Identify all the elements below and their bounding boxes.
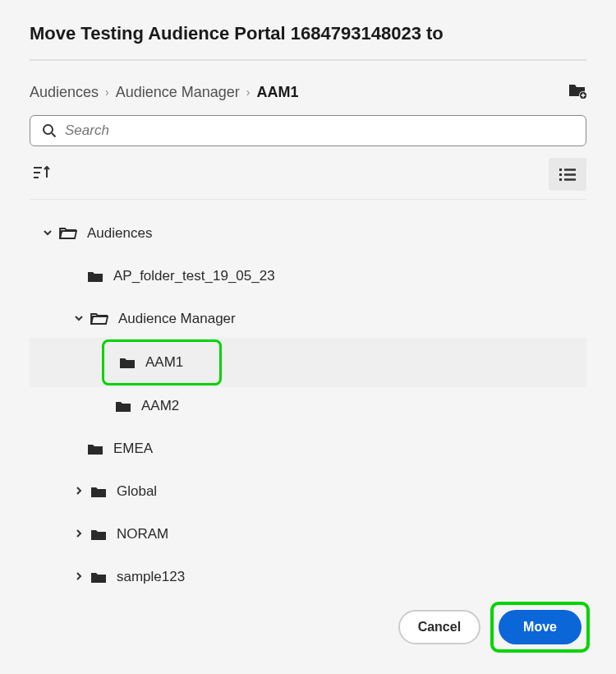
folder-tree: Audiences AP_folder_test_19_05_23 Audien…: [30, 215, 586, 596]
tree-item-noram[interactable]: NORAM: [30, 515, 586, 553]
folder-add-icon: [568, 82, 586, 99]
tree-label: sample123: [117, 569, 185, 585]
sort-button[interactable]: [30, 162, 54, 187]
dialog-footer: Cancel Move: [398, 602, 590, 653]
tree-label: NORAM: [117, 526, 168, 542]
folder-icon: [90, 486, 107, 498]
tree-label: EMEA: [113, 441, 153, 457]
tree-item-sample123[interactable]: sample123: [30, 558, 586, 596]
move-button[interactable]: Move: [499, 610, 582, 644]
search-input[interactable]: [65, 122, 574, 139]
tree-item-ap-folder-test[interactable]: AP_folder_test_19_05_23: [30, 257, 586, 295]
folder-icon: [90, 571, 107, 584]
breadcrumb-item[interactable]: Audiences: [30, 84, 99, 101]
tree-label: AP_folder_test_19_05_23: [113, 268, 275, 284]
new-folder-button[interactable]: [568, 82, 586, 102]
breadcrumb: Audiences › Audience Manager › AAM1: [30, 84, 299, 101]
tree-item-emea[interactable]: EMEA: [30, 430, 586, 468]
tree-label: Audiences: [87, 225, 152, 242]
folder-open-icon: [59, 227, 77, 240]
chevron-right-icon: ›: [105, 85, 109, 99]
breadcrumb-item[interactable]: Audience Manager: [116, 84, 240, 101]
list-view-button[interactable]: [549, 158, 586, 191]
list-view-icon: [559, 167, 577, 182]
move-button-highlight: Move: [490, 602, 590, 653]
search-input-wrapper[interactable]: [30, 115, 586, 146]
folder-icon: [87, 443, 103, 455]
tree-label: AAM1: [145, 354, 183, 371]
chevron-right-icon: [72, 526, 85, 542]
folder-icon: [87, 270, 103, 283]
svg-line-3: [52, 133, 56, 137]
chevron-right-icon: [72, 483, 85, 500]
chevron-down-icon: [72, 311, 85, 327]
svg-rect-9: [559, 178, 562, 181]
chevron-right-icon: ›: [246, 85, 251, 99]
dialog-title: Move Testing Audience Portal 16847931480…: [30, 23, 586, 61]
cancel-button[interactable]: Cancel: [398, 610, 480, 644]
chevron-right-icon: [72, 569, 85, 585]
svg-rect-8: [559, 173, 562, 176]
tree-label: Global: [117, 483, 157, 500]
breadcrumb-current: AAM1: [257, 84, 299, 101]
folder-open-icon: [90, 312, 108, 325]
tree-label: AAM2: [141, 398, 179, 414]
tree-item-aam1[interactable]: AAM1: [30, 338, 586, 387]
tree-item-audiences[interactable]: Audiences: [30, 215, 586, 252]
folder-icon: [119, 357, 136, 369]
svg-rect-7: [559, 168, 562, 171]
tree-label: Audience Manager: [118, 311, 236, 327]
folder-icon: [115, 400, 131, 413]
svg-point-2: [44, 125, 53, 134]
tree-item-global[interactable]: Global: [30, 473, 586, 510]
folder-icon: [90, 529, 107, 541]
search-icon: [42, 123, 57, 138]
tree-item-audience-manager[interactable]: Audience Manager: [30, 300, 586, 338]
chevron-down-icon: [41, 225, 54, 242]
tree-item-aam2[interactable]: AAM2: [30, 387, 586, 425]
sort-icon: [33, 165, 51, 180]
